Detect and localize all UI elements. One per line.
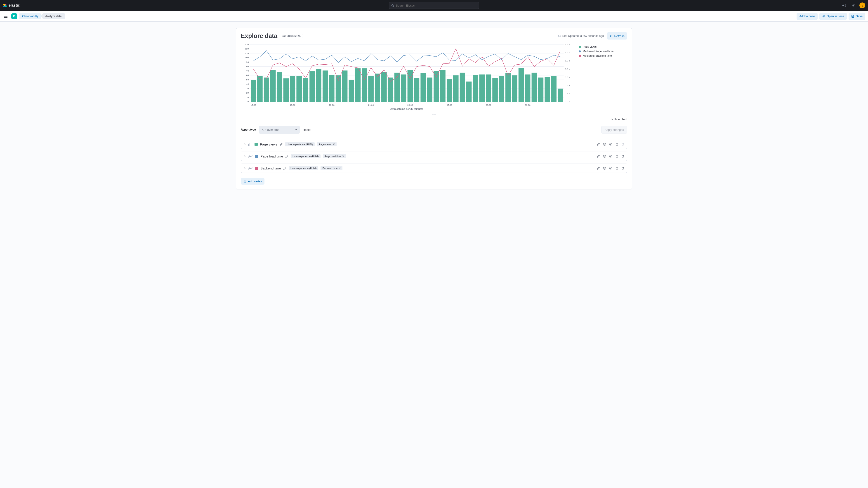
svg-rect-88 [460, 73, 465, 102]
edit-icon[interactable] [597, 155, 600, 158]
nav-toggle-button[interactable] [3, 13, 9, 20]
svg-rect-93 [492, 78, 498, 102]
edit-name-icon[interactable] [283, 167, 286, 170]
svg-rect-60 [277, 72, 282, 102]
date-icon[interactable] [603, 155, 606, 158]
refresh-button[interactable]: Refresh [607, 32, 627, 39]
remove-tag-icon[interactable]: ✕ [333, 143, 335, 146]
delete-icon[interactable] [621, 155, 624, 158]
legend-item[interactable]: Median of Backend time [579, 54, 628, 58]
svg-rect-66 [316, 69, 321, 102]
lens-icon [822, 15, 825, 18]
svg-rect-96 [512, 75, 518, 102]
legend-label: Page views [583, 45, 596, 48]
svg-rect-68 [329, 75, 335, 102]
search-input[interactable] [396, 4, 477, 7]
add-to-case-button[interactable]: Add to case [797, 13, 817, 20]
svg-rect-80 [408, 70, 413, 102]
space-selector[interactable]: D [11, 13, 17, 19]
visibility-icon[interactable] [609, 155, 613, 158]
series-color-swatch[interactable] [255, 167, 258, 170]
svg-rect-64 [303, 78, 308, 102]
logo-text: elastic [8, 3, 20, 7]
svg-rect-9 [852, 15, 854, 18]
copy-icon[interactable] [615, 166, 618, 170]
copy-icon[interactable] [615, 142, 618, 146]
svg-rect-94 [499, 76, 504, 102]
series-row: Page load time User experience (RUM) Pag… [241, 152, 627, 161]
user-avatar[interactable]: a [860, 2, 865, 8]
edit-icon[interactable] [597, 142, 600, 146]
series-type-icon [248, 143, 252, 146]
save-button[interactable]: Save [848, 13, 865, 20]
elastic-logo-icon [3, 3, 7, 8]
svg-point-108 [610, 144, 611, 145]
series-color-swatch[interactable] [254, 143, 258, 146]
svg-text:80: 80 [246, 65, 249, 68]
legend-item[interactable]: Median of Page load time [579, 49, 628, 54]
report-type-label: Report type [241, 128, 256, 131]
visibility-icon[interactable] [609, 142, 613, 146]
global-search[interactable] [389, 2, 479, 9]
last-updated-text: Last Updated: a few seconds ago [558, 34, 604, 37]
expand-series-toggle[interactable] [244, 155, 246, 158]
edit-icon[interactable] [597, 166, 600, 170]
elastic-logo[interactable]: elastic [3, 3, 20, 8]
svg-text:0.8 s: 0.8 s [565, 68, 569, 70]
svg-rect-101 [545, 77, 550, 102]
svg-rect-85 [440, 70, 445, 102]
breadcrumb-observability[interactable]: Observability [20, 13, 42, 19]
visibility-icon[interactable] [609, 166, 613, 170]
svg-rect-98 [525, 74, 530, 102]
add-series-button[interactable]: Add series [241, 178, 265, 185]
svg-text:20: 20 [246, 92, 249, 94]
svg-text:18:00: 18:00 [329, 104, 335, 106]
svg-point-8 [823, 16, 824, 17]
apply-changes-button[interactable]: Apply changes [601, 126, 627, 133]
series-type-icon [248, 167, 253, 170]
newsfeed-icon[interactable] [850, 3, 856, 8]
global-header: elastic a [0, 0, 868, 11]
svg-point-114 [610, 168, 611, 169]
svg-text:70: 70 [246, 70, 249, 72]
svg-text:90: 90 [246, 61, 249, 63]
svg-rect-59 [270, 70, 276, 102]
svg-text:0.2 s: 0.2 s [565, 92, 569, 95]
svg-rect-103 [558, 89, 563, 102]
open-in-lens-button[interactable]: Open in Lens [819, 13, 847, 20]
plus-circle-icon [243, 180, 247, 183]
kpi-chart[interactable]: 01020304050607080901001101201300.0 s0.2 … [239, 43, 575, 107]
date-icon[interactable] [603, 142, 606, 146]
edit-name-icon[interactable] [280, 143, 283, 146]
remove-tag-icon[interactable]: ✕ [342, 155, 344, 158]
legend-item[interactable]: Page views [579, 44, 628, 49]
delete-icon[interactable] [621, 166, 624, 170]
delete-icon [621, 142, 624, 146]
resize-handle[interactable]: ══ [236, 113, 632, 117]
svg-rect-57 [257, 76, 263, 102]
legend-dot [579, 51, 581, 53]
svg-text:10: 10 [246, 96, 249, 98]
svg-rect-81 [414, 78, 419, 102]
legend-label: Median of Backend time [583, 54, 612, 57]
edit-name-icon[interactable] [285, 155, 288, 158]
breadcrumbs: Observability Analyze data [20, 13, 65, 19]
experimental-badge: EXPERIMENTAL [280, 34, 303, 38]
page-title: Explore data [241, 33, 277, 39]
copy-icon[interactable] [615, 155, 618, 158]
svg-point-5 [842, 4, 846, 7]
report-type-select[interactable]: KPI over time [259, 126, 300, 134]
reset-button[interactable]: Reset [303, 128, 311, 131]
expand-series-toggle[interactable] [244, 143, 246, 145]
remove-tag-icon[interactable]: ✕ [339, 167, 341, 170]
help-icon[interactable] [841, 3, 847, 8]
svg-text:60: 60 [246, 74, 249, 76]
date-icon[interactable] [603, 166, 606, 170]
svg-point-0 [3, 4, 5, 6]
hide-chart-toggle[interactable]: Hide chart [610, 118, 627, 121]
series-color-swatch[interactable] [255, 155, 258, 158]
svg-rect-83 [427, 77, 432, 102]
expand-series-toggle[interactable] [244, 167, 246, 169]
series-row: Backend time User experience (RUM) Backe… [241, 164, 627, 173]
svg-rect-91 [479, 74, 485, 102]
